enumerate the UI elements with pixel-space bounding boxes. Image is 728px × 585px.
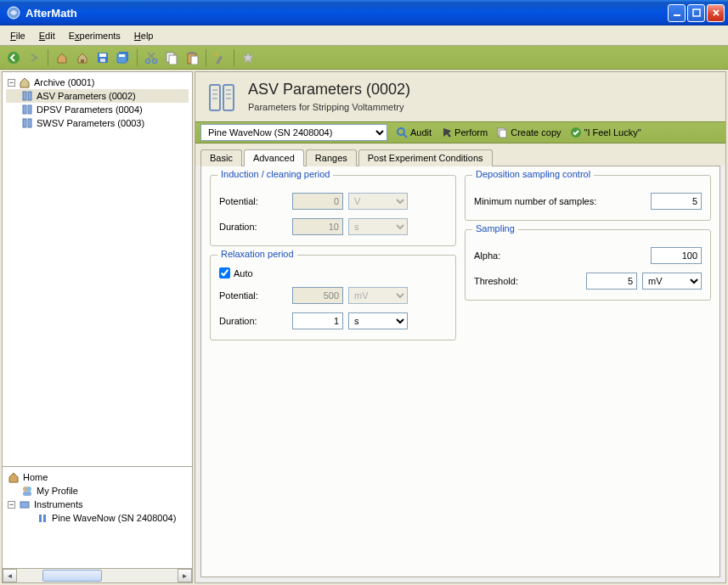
svg-rect-4 (81, 59, 84, 63)
star-icon[interactable] (240, 49, 257, 66)
scroll-thumb[interactable] (42, 570, 102, 582)
alpha-label: Alpha: (474, 250, 542, 261)
min-samples-input[interactable] (651, 193, 702, 210)
tab-advanced[interactable]: Advanced (244, 149, 304, 166)
menu-bar: File Edit Experiments Help (0, 25, 728, 46)
threshold-unit[interactable]: mV (642, 273, 702, 290)
tree-label: Pine WaveNow (SN 2408004) (52, 513, 176, 523)
group-relaxation: Relaxation period Auto Potential: mV Dur… (210, 255, 456, 340)
duration-label: Duration: (219, 222, 287, 232)
induction-duration-unit[interactable]: s (348, 218, 408, 235)
induction-potential-input[interactable] (292, 193, 343, 210)
copy-icon (496, 127, 508, 138)
instrument-select[interactable]: Pine WaveNow (SN 2408004) (200, 124, 387, 141)
instrument-toolbar: Pine WaveNow (SN 2408004) Audit Perform … (195, 121, 725, 143)
svg-rect-42 (499, 130, 506, 138)
svg-rect-27 (23, 492, 31, 496)
wizard-icon[interactable] (212, 49, 229, 66)
instruments-node[interactable]: − Instruments (6, 498, 189, 511)
svg-rect-19 (23, 92, 26, 100)
tree-root-archive[interactable]: − Archive (0001) (6, 76, 189, 89)
paste-icon[interactable] (183, 49, 200, 66)
archive-folder-icon (19, 76, 31, 88)
menu-help[interactable]: Help (134, 31, 154, 41)
home-icon (8, 471, 20, 483)
tree-label: Archive (0001) (34, 77, 95, 87)
tree-item-asv[interactable]: ASV Parameters (0002) (6, 89, 189, 103)
audit-button[interactable]: Audit (396, 127, 432, 138)
group-deposition: Deposition sampling control Minimum numb… (465, 175, 711, 221)
collapse-icon[interactable]: − (8, 79, 15, 87)
minimize-button[interactable] (668, 4, 686, 22)
archive-tree: − Archive (0001) ASV Parameters (0002) D… (3, 72, 192, 466)
auto-label: Auto (234, 268, 253, 278)
group-legend: Relaxation period (217, 249, 297, 259)
collapse-icon[interactable]: − (8, 501, 15, 509)
profile-icon (21, 485, 33, 497)
tree-item-swsv[interactable]: SWSV Parameters (0003) (6, 116, 189, 130)
svg-point-39 (398, 128, 404, 135)
create-copy-button[interactable]: Create copy (496, 127, 561, 138)
svg-rect-29 (39, 515, 42, 522)
perform-button[interactable]: Perform (440, 127, 488, 138)
threshold-label: Threshold: (474, 276, 542, 286)
svg-point-12 (153, 59, 157, 63)
scroll-right-icon[interactable]: ► (178, 569, 192, 582)
svg-rect-2 (693, 9, 700, 16)
auto-checkbox[interactable] (219, 267, 230, 278)
perform-icon (440, 127, 452, 138)
horizontal-scrollbar[interactable]: ◄ ► (3, 568, 192, 582)
save-all-icon[interactable] (115, 49, 132, 66)
induction-duration-input[interactable] (292, 218, 343, 235)
relaxation-duration-input[interactable] (292, 312, 343, 329)
svg-line-40 (404, 134, 407, 138)
svg-rect-24 (28, 119, 31, 127)
min-samples-label: Minimum number of samples: (474, 196, 646, 206)
close-button[interactable] (707, 4, 725, 22)
svg-rect-22 (28, 105, 31, 114)
audit-icon (396, 127, 408, 138)
relaxation-potential-unit[interactable]: mV (348, 287, 408, 304)
tab-ranges[interactable]: Ranges (306, 149, 357, 166)
relaxation-potential-input[interactable] (292, 287, 343, 304)
threshold-input[interactable] (586, 273, 637, 290)
home-icon[interactable] (54, 49, 71, 66)
potential-label: Potential: (219, 196, 287, 206)
maximize-button[interactable] (687, 4, 705, 22)
tab-basic[interactable]: Basic (200, 149, 242, 166)
forward-button[interactable] (25, 49, 42, 66)
menu-experiments[interactable]: Experiments (69, 31, 121, 41)
svg-rect-14 (169, 55, 177, 65)
cut-icon[interactable] (143, 49, 160, 66)
duration-label: Duration: (219, 316, 287, 326)
params-icon (21, 104, 33, 115)
feel-lucky-button[interactable]: "I Feel Lucky" (570, 127, 641, 138)
tree-item-dpsv[interactable]: DPSV Parameters (0004) (6, 103, 189, 116)
relaxation-duration-unit[interactable]: s (348, 312, 408, 329)
svg-rect-21 (23, 105, 26, 114)
group-legend: Induction / cleaning period (217, 169, 333, 179)
menu-edit[interactable]: Edit (39, 31, 55, 41)
copy-icon[interactable] (163, 49, 180, 66)
home-node[interactable]: Home (6, 470, 189, 484)
menu-file[interactable]: File (10, 31, 25, 41)
back-button[interactable] (5, 49, 22, 66)
title-bar: AfterMath (0, 0, 728, 25)
svg-rect-31 (210, 85, 220, 110)
induction-potential-unit[interactable]: V (348, 193, 408, 210)
tree-label: SWSV Parameters (0003) (37, 118, 144, 128)
alpha-input[interactable] (651, 247, 702, 264)
home-tree: Home My Profile − Instruments Pine WaveN… (3, 466, 192, 568)
window-title: AfterMath (24, 7, 668, 20)
tree-label: My Profile (37, 486, 78, 496)
scroll-left-icon[interactable]: ◄ (3, 569, 17, 582)
svg-point-3 (8, 52, 20, 64)
archive-icon[interactable] (74, 49, 91, 66)
svg-rect-30 (43, 515, 46, 522)
group-legend: Sampling (472, 223, 518, 233)
svg-rect-18 (216, 55, 223, 64)
profile-node[interactable]: My Profile (6, 484, 189, 498)
save-icon[interactable] (94, 49, 111, 66)
tab-post-experiment[interactable]: Post Experiment Conditions (358, 149, 493, 166)
instrument-item[interactable]: Pine WaveNow (SN 2408004) (6, 511, 189, 525)
